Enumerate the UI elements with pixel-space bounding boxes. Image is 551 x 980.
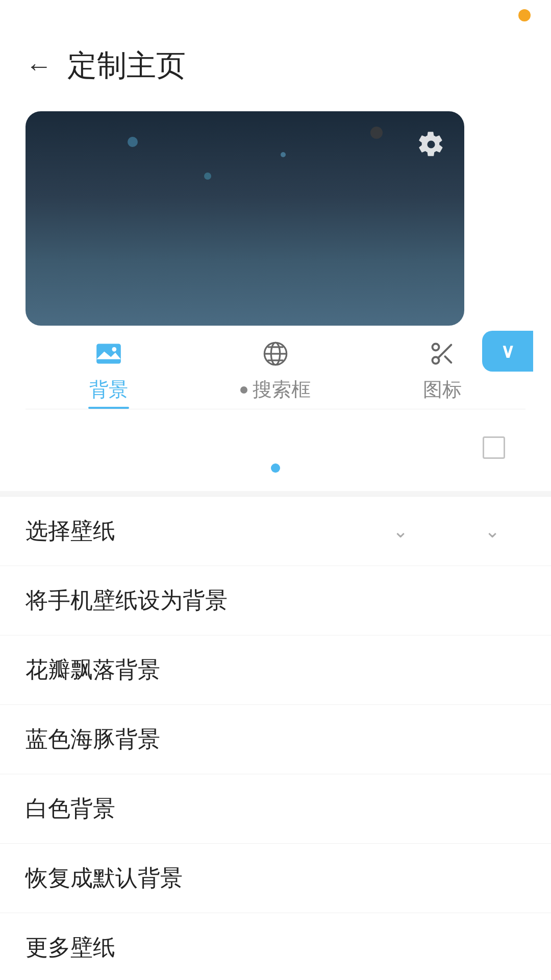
svg-point-8 [432, 344, 439, 351]
menu-item-more-wallpaper[interactable]: 更多壁纸 [0, 913, 551, 980]
svg-line-11 [445, 356, 451, 362]
menu-section: 选择壁纸 ⌄ ⌄ 将手机壁纸设为背景 花瓣飘落背景 蓝色海豚背景 白色背景 恢复… [0, 496, 551, 980]
search-preview-container [26, 409, 525, 491]
menu-item-dolphin-bg[interactable]: 蓝色海豚背景 [0, 705, 551, 774]
search-bar-preview [36, 427, 515, 468]
search-preview-dot [271, 463, 280, 473]
tabs-labels-row: 背景 搜索框 图标 [26, 377, 525, 409]
menu-item-choose-wallpaper[interactable]: 选择壁纸 ⌄ ⌄ [0, 496, 551, 566]
status-bar [0, 0, 551, 31]
preview-container: ∨ 背景 搜索框 图标 [0, 101, 551, 491]
menu-item-white-bg[interactable]: 白色背景 [0, 774, 551, 844]
svg-rect-0 [96, 344, 121, 364]
tabs-icons-row: ∨ [26, 326, 525, 377]
tab-searchbox[interactable]: 搜索框 [192, 377, 359, 403]
tab-icon-background[interactable] [26, 336, 192, 372]
back-button[interactable]: ← [26, 51, 52, 81]
gear-icon[interactable] [413, 127, 449, 162]
expand-button[interactable]: ∨ [482, 331, 533, 372]
page-title: 定制主页 [67, 46, 186, 86]
chevron-down-icon: ∨ [500, 340, 515, 362]
menu-item-restore-bg[interactable]: 恢复成默认背景 [0, 844, 551, 913]
resize-handle[interactable] [483, 436, 505, 459]
tab-icon-searchbox[interactable] [192, 336, 359, 372]
preview-frame [26, 111, 464, 326]
menu-item-petal-bg[interactable]: 花瓣飘落背景 [0, 635, 551, 705]
tab-icon[interactable]: 图标 [359, 377, 525, 403]
header: ← 定制主页 [0, 31, 551, 101]
status-dot [518, 9, 531, 21]
menu-item-set-phone-wallpaper[interactable]: 将手机壁纸设为背景 [0, 566, 551, 635]
svg-point-2 [112, 347, 117, 352]
tab-background[interactable]: 背景 [26, 377, 192, 403]
